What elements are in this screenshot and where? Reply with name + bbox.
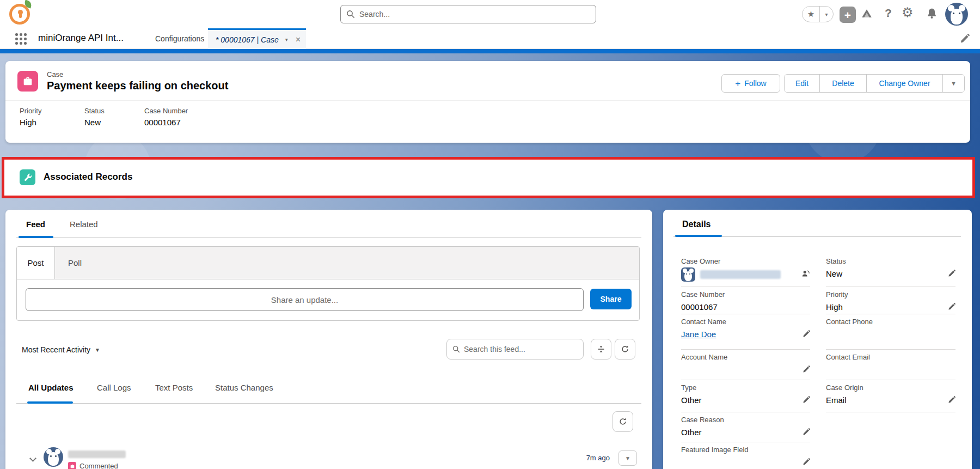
field-label: Status: [826, 257, 955, 265]
app-name[interactable]: miniOrange API Int...: [38, 33, 124, 44]
feed-sort-dropdown[interactable]: Most Recent Activity ▼: [22, 345, 100, 354]
more-actions-dropdown-icon[interactable]: ▼: [942, 75, 964, 92]
edit-navigation-pencil-icon[interactable]: [960, 34, 970, 44]
field-label: Priority: [826, 290, 955, 299]
details-right-column: Status New Priority High: [826, 254, 955, 412]
field-contact-name: Contact Name Jane Doe: [681, 314, 810, 350]
feed-search[interactable]: [446, 339, 584, 360]
feed-item-author-redacted: [68, 450, 126, 458]
feed-sort-label: Most Recent Activity: [22, 345, 90, 354]
tab-close-icon[interactable]: ×: [296, 35, 301, 45]
header-divider: [5, 100, 970, 101]
composer-tabs: Post Poll: [17, 247, 639, 279]
edit-button[interactable]: Edit: [785, 75, 819, 92]
feed-filter-text-posts[interactable]: Text Posts: [155, 383, 193, 392]
global-search-input[interactable]: [359, 10, 590, 19]
composer-tab-poll[interactable]: Poll: [55, 247, 82, 279]
search-icon: [452, 345, 460, 353]
edit-contact-name-pencil-icon[interactable]: [803, 330, 810, 338]
associated-records-title: Associated Records: [44, 172, 132, 182]
field-label: Type: [681, 383, 810, 392]
field-label: Featured Image Field: [681, 446, 810, 454]
field-case-origin: Case Origin Email: [826, 380, 955, 412]
user-avatar[interactable]: [945, 3, 968, 26]
notifications-bell-icon[interactable]: [926, 8, 938, 19]
feed-filter-status-changes[interactable]: Status Changes: [215, 383, 273, 392]
field-label: Case Reason: [681, 416, 810, 424]
feed-item-action: Commented: [68, 462, 118, 469]
filter-tabs-divider: [16, 403, 641, 404]
details-active-tab-indicator: [675, 235, 722, 237]
favorites-star-icon[interactable]: ★: [803, 7, 820, 22]
share-update-input[interactable]: [26, 288, 584, 311]
edit-featured-image-pencil-icon[interactable]: [803, 458, 810, 466]
refresh-icon: [621, 345, 629, 354]
search-icon: [346, 10, 355, 19]
delete-button[interactable]: Delete: [819, 75, 866, 92]
feed-panel: Feed Related Post Poll Share Most Recent…: [5, 210, 652, 469]
feed-search-input[interactable]: [464, 345, 578, 354]
contact-name-link[interactable]: Jane Doe: [681, 330, 716, 339]
tab-related[interactable]: Related: [70, 220, 98, 229]
share-button[interactable]: Share: [590, 289, 632, 309]
feed-item-menu-button[interactable]: ▼: [618, 450, 637, 466]
feed-item-timestamp[interactable]: 7m ago: [566, 454, 610, 462]
field-value: New: [84, 118, 105, 127]
follow-button[interactable]: + Follow: [721, 74, 780, 93]
global-search[interactable]: [340, 5, 596, 23]
field-featured-image: Featured Image Field: [681, 442, 810, 469]
setup-gear-icon[interactable]: ⚙: [902, 5, 914, 20]
record-actions-group: Edit Delete Change Owner ▼: [784, 74, 965, 93]
guidance-center-icon[interactable]: [861, 8, 873, 20]
refresh-feed-items-button[interactable]: [612, 411, 633, 432]
field-case-owner: Case Owner: [681, 254, 810, 287]
miniorange-logo: [8, 2, 32, 26]
edit-type-pencil-icon[interactable]: [803, 396, 810, 404]
favorites-control[interactable]: ★ ▾: [802, 6, 834, 22]
feed-filter-call-logs[interactable]: Call Logs: [97, 383, 131, 392]
field-value: Other: [681, 395, 702, 405]
refresh-icon: [618, 417, 627, 426]
tab-chevron-down-icon[interactable]: ▾: [285, 36, 288, 42]
details-panel: Details Case Owner: [663, 210, 972, 469]
tab-details[interactable]: Details: [682, 220, 710, 229]
edit-account-name-pencil-icon[interactable]: [803, 366, 810, 373]
feed-item-avatar[interactable]: [44, 447, 63, 467]
tabs-divider: [16, 237, 641, 238]
salesforce-case-page: ★ ▾ + ? ⚙ miniOrange API Int... Configur…: [0, 0, 980, 469]
active-tab-indicator: [19, 236, 53, 238]
field-priority: Priority High: [826, 287, 955, 314]
chatter-composer: Post Poll Share: [16, 246, 640, 321]
change-owner-button[interactable]: Change Owner: [866, 75, 942, 92]
edit-case-origin-pencil-icon[interactable]: [948, 396, 955, 404]
field-label: Account Name: [681, 353, 810, 361]
tab-configurations[interactable]: Configurations: [155, 28, 204, 49]
field-value: New: [826, 269, 842, 278]
edit-status-pencil-icon[interactable]: [948, 270, 955, 277]
follow-plus-icon: +: [735, 79, 740, 88]
wrench-icon: [20, 169, 35, 185]
help-icon[interactable]: ?: [885, 7, 892, 20]
page-title: Payment keeps failing on checkout: [47, 80, 228, 92]
field-value: Other: [681, 428, 702, 437]
app-launcher-icon[interactable]: [15, 33, 27, 45]
field-contact-phone: Contact Phone: [826, 314, 955, 350]
edit-case-reason-pencil-icon[interactable]: [803, 428, 810, 436]
tab-feed[interactable]: Feed: [26, 220, 45, 229]
tab-case-00001067[interactable]: * 00001067 | Case ▾ ×: [208, 28, 306, 49]
feed-item-collapse-chevron-icon[interactable]: [29, 455, 36, 462]
field-account-name: Account Name: [681, 350, 810, 380]
change-owner-icon[interactable]: [801, 269, 810, 281]
owner-name-redacted: [700, 270, 781, 279]
composer-tab-post[interactable]: Post: [17, 247, 55, 279]
favorites-chevron-icon[interactable]: ▾: [820, 7, 833, 22]
refresh-feed-button[interactable]: [615, 339, 635, 360]
feed-item-action-label: Commented: [79, 462, 118, 469]
collapse-posts-button[interactable]: [591, 339, 611, 360]
quick-create-icon[interactable]: +: [840, 7, 856, 23]
sort-dropdown-arrow-icon: ▼: [95, 347, 100, 353]
tab-case-label: * 00001067 | Case: [216, 35, 279, 44]
field-value: 00001067: [144, 118, 188, 127]
feed-filter-all-updates[interactable]: All Updates: [28, 383, 74, 392]
edit-priority-pencil-icon[interactable]: [948, 303, 955, 310]
